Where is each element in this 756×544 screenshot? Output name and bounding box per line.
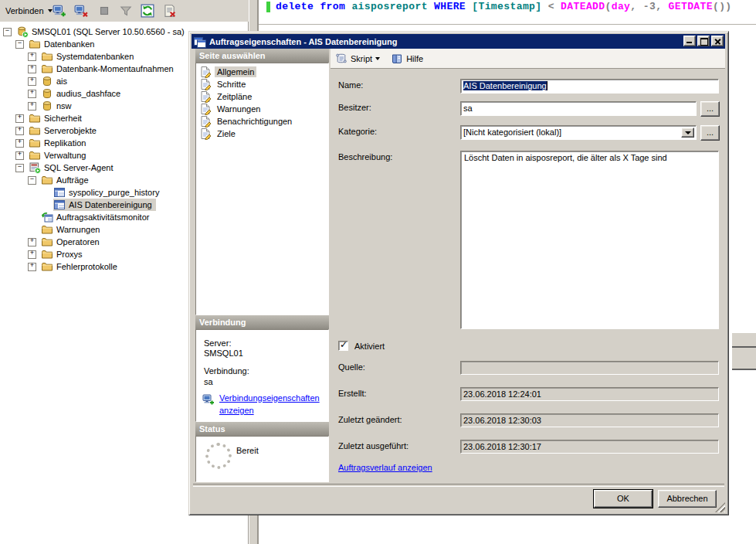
folder-icon (41, 50, 53, 63)
query-token: ( (605, 1, 612, 12)
created-label: Erstellt: (338, 389, 367, 398)
status-header: Status (195, 422, 329, 436)
expand-icon[interactable]: + (28, 250, 36, 259)
tree-item-label: audius_dashface (56, 88, 123, 99)
page-pencil-icon (199, 78, 212, 90)
help-book-icon (391, 53, 403, 65)
tree-item-label: ais (56, 76, 69, 87)
folder-icon (41, 236, 53, 248)
background-panel-band (732, 348, 756, 370)
owner-input[interactable]: sa (460, 101, 697, 116)
category-label: Kategorie: (338, 127, 377, 136)
status-panel: Bereit (195, 436, 329, 482)
combo-dropdown-button[interactable] (681, 128, 694, 138)
filter-button[interactable] (116, 2, 136, 20)
page-item-warnungen[interactable]: Warnungen (196, 103, 328, 115)
name-input[interactable]: AIS Datenbereinigung (460, 79, 719, 94)
owner-browse-button[interactable]: ... (700, 101, 720, 117)
expand-icon[interactable]: + (28, 53, 36, 61)
connection-panel: Server: SMSQL01 Verbindung: sa Verbindun… (195, 329, 329, 422)
tree-item-label: Operatoren (56, 236, 102, 247)
refresh-button[interactable] (137, 2, 158, 20)
job-properties-icon (194, 36, 206, 48)
editor-divider (259, 24, 756, 25)
db-icon (41, 87, 53, 100)
cancel-button[interactable]: Abbrechen (658, 490, 717, 508)
page-item-zeitpläne[interactable]: Zeitpläne (196, 90, 328, 103)
expand-icon[interactable]: + (15, 127, 24, 135)
connect-dropdown-button[interactable]: Verbinden (2, 2, 56, 20)
disconnect-icon (74, 4, 88, 18)
connect-object-button[interactable] (49, 2, 69, 20)
stop-button[interactable] (94, 2, 114, 20)
page-list: AllgemeinSchritteZeitpläneWarnungenBenac… (195, 63, 329, 315)
expand-icon[interactable]: + (28, 65, 36, 73)
expand-icon[interactable]: + (28, 238, 36, 246)
connect-icon (53, 4, 66, 18)
page-item-benachrichtigungen[interactable]: Benachrichtigungen (196, 115, 328, 128)
query-token: WHERE (434, 1, 472, 12)
tree-item-label: syspolicy_purge_history (68, 187, 161, 198)
expand-icon[interactable]: + (28, 102, 36, 110)
query-token: DATEADD (561, 1, 605, 12)
agent-icon (29, 162, 41, 174)
progress-spinner-icon (205, 443, 232, 469)
page-pencil-icon (199, 103, 212, 115)
expand-icon[interactable]: + (15, 139, 24, 148)
server-icon (16, 26, 29, 38)
tree-item-label: nsw (56, 100, 74, 111)
dialog-titlebar[interactable]: Auftragseigenschaften - AIS Datenbereini… (192, 34, 725, 49)
page-pencil-icon (199, 66, 212, 78)
collapse-icon[interactable]: − (15, 164, 24, 172)
category-select[interactable]: [Nicht kategorisiert (lokal)] (460, 125, 697, 140)
page-item-label: Schritte (215, 79, 248, 90)
help-button-label: Hilfe (406, 54, 423, 63)
disconnect-button[interactable] (71, 2, 91, 20)
maximize-button[interactable] (697, 36, 710, 46)
category-browse-button[interactable]: ... (700, 125, 720, 141)
page-item-allgemein[interactable]: Allgemein (196, 66, 328, 78)
folder-icon (29, 112, 41, 124)
ok-button[interactable]: OK (594, 490, 653, 508)
tree-item-label: Sicherheit (43, 113, 84, 124)
collapse-icon[interactable]: − (3, 28, 12, 36)
connection-label: Verbindung: (204, 366, 249, 376)
description-textarea[interactable]: Löscht Daten in aisposreport, die älter … (460, 151, 719, 329)
page-item-ziele[interactable]: Ziele (196, 128, 328, 140)
job-icon (53, 199, 66, 211)
minimize-button[interactable] (683, 36, 696, 46)
expand-icon[interactable]: + (28, 77, 36, 86)
expand-icon[interactable]: + (15, 151, 24, 160)
text-caret (547, 81, 548, 90)
script-error-button[interactable] (159, 2, 179, 20)
expand-icon[interactable]: + (28, 90, 36, 98)
close-button[interactable] (711, 36, 724, 46)
expand-icon[interactable]: + (28, 263, 36, 271)
enabled-checkbox[interactable]: ✓ (338, 341, 348, 351)
query-text-line: delete from aisposreport WHERE [Timestam… (276, 1, 732, 12)
folder-icon (41, 174, 53, 186)
query-token: ()) (713, 1, 732, 12)
page-item-label: Ziele (215, 128, 238, 139)
script-dropdown-button[interactable]: Skript (335, 53, 380, 65)
page-item-schritte[interactable]: Schritte (196, 78, 328, 90)
description-label: Beschreibung: (338, 152, 392, 162)
expand-icon[interactable]: + (15, 114, 24, 123)
query-token: -3 (643, 1, 656, 12)
select-page-header: Seite auswählen (195, 49, 329, 63)
collapse-icon[interactable]: − (28, 176, 36, 185)
query-token: GETDATE (669, 1, 713, 12)
folder-icon (41, 63, 53, 75)
script-button-label: Skript (351, 54, 372, 63)
job-history-link[interactable]: Auftragsverlauf anzeigen (338, 463, 432, 472)
help-button[interactable]: Hilfe (391, 53, 423, 65)
db-icon (41, 75, 53, 87)
connection-properties-link[interactable]: Verbindungseigenschaften (219, 393, 320, 403)
connection-properties-link-line2[interactable]: anzeigen (219, 406, 254, 415)
chevron-down-icon (685, 131, 691, 134)
ssms-window: Verbinden −SMSQL01 (SQL Server 10.50.656… (0, 0, 756, 544)
collapse-icon[interactable]: − (15, 40, 24, 49)
page-item-label: Benachrichtigungen (215, 116, 294, 127)
tree-item-label: Warnungen (56, 224, 102, 235)
query-token: , (630, 1, 642, 12)
